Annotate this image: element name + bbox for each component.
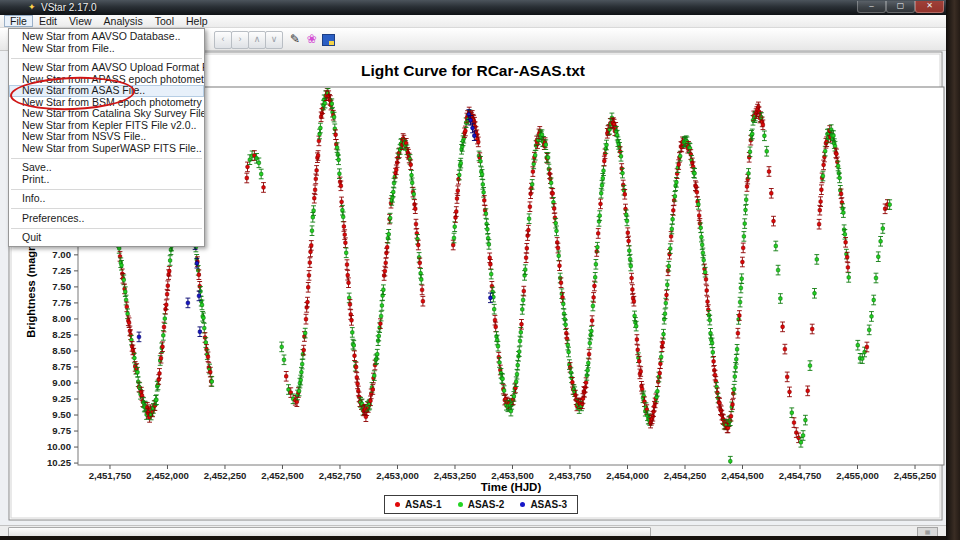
- x-axis-label: Time (HJD): [361, 481, 661, 493]
- chevron-up-icon[interactable]: ∧: [248, 31, 266, 49]
- chevron-down-icon[interactable]: ∨: [265, 31, 283, 49]
- svg-text:2,455,250: 2,455,250: [894, 470, 937, 481]
- chevron-left-icon[interactable]: ‹: [214, 31, 232, 49]
- title-bar[interactable]: ✦ VStar 2.17.0 – ▢ ✕: [0, 0, 946, 15]
- chevron-right-icon[interactable]: ›: [231, 31, 249, 49]
- svg-text:2,452,750: 2,452,750: [319, 470, 362, 481]
- menu-item-13[interactable]: Preferences..: [9, 213, 204, 225]
- menu-edit[interactable]: Edit: [33, 15, 63, 27]
- menu-item-7[interactable]: New Star from Kepler FITS File v2.0..: [9, 120, 204, 132]
- svg-text:10.00: 10.00: [47, 441, 71, 452]
- chart-title: Light Curve for RCar-ASAS.txt: [173, 62, 773, 80]
- app-star-icon: ✦: [28, 3, 37, 12]
- menu-file[interactable]: File: [4, 15, 33, 27]
- svg-text:2,452,500: 2,452,500: [261, 470, 304, 481]
- new-document-icon[interactable]: [322, 34, 335, 46]
- flower-phase-icon[interactable]: ❀: [305, 32, 319, 46]
- svg-text:2,451,750: 2,451,750: [89, 470, 132, 481]
- menu-separator: [11, 228, 202, 229]
- menu-item-9[interactable]: New Star from SuperWASP FITS File..: [9, 143, 204, 155]
- minimize-button[interactable]: –: [857, 1, 886, 13]
- svg-text:7.25: 7.25: [52, 265, 71, 276]
- svg-text:2,453,500: 2,453,500: [491, 470, 534, 481]
- menu-item-10[interactable]: Save..: [9, 162, 204, 174]
- document-corner: [329, 41, 334, 45]
- menu-item-8[interactable]: New Star from NSVS File..: [9, 131, 204, 143]
- menu-item-0[interactable]: New Star from AAVSO Database..: [9, 31, 204, 43]
- asas2-dot-icon: [458, 502, 463, 507]
- close-button[interactable]: ✕: [915, 1, 944, 13]
- legend-item-asas1: ASAS-1: [395, 499, 442, 510]
- menu-item-14[interactable]: Quit: [9, 232, 204, 244]
- menu-separator: [11, 158, 202, 159]
- svg-text:7.75: 7.75: [52, 297, 71, 308]
- legend-label-asas1: ASAS-1: [405, 499, 442, 510]
- svg-text:8.50: 8.50: [52, 345, 71, 356]
- svg-text:9.25: 9.25: [52, 393, 71, 404]
- window-title: VStar 2.17.0: [41, 2, 97, 13]
- menu-item-2[interactable]: New Star from AAVSO Upload Format File..: [9, 62, 204, 74]
- window-bottom-edge: [0, 536, 946, 540]
- menu-view[interactable]: View: [63, 15, 98, 27]
- svg-text:2,454,500: 2,454,500: [721, 470, 764, 481]
- menu-help[interactable]: Help: [180, 15, 214, 27]
- menu-separator: [11, 189, 202, 190]
- legend-item-asas3: ASAS-3: [520, 499, 567, 510]
- svg-text:7.50: 7.50: [52, 281, 71, 292]
- asas3-dot-icon: [520, 502, 525, 507]
- svg-text:2,455,000: 2,455,000: [836, 470, 879, 481]
- svg-text:10.25: 10.25: [47, 457, 72, 468]
- menu-item-12[interactable]: Info..: [9, 193, 204, 205]
- menu-tool[interactable]: Tool: [149, 15, 180, 27]
- menu-bar: FileEditViewAnalysisToolHelp: [0, 15, 946, 28]
- svg-text:2,452,250: 2,452,250: [204, 470, 247, 481]
- menu-item-6[interactable]: New Star from Catalina Sky Survey File..: [9, 108, 204, 120]
- svg-text:2,454,750: 2,454,750: [779, 470, 822, 481]
- svg-text:2,453,000: 2,453,000: [376, 470, 419, 481]
- menu-item-1[interactable]: New Star from File..: [9, 43, 204, 55]
- legend-label-asas2: ASAS-2: [468, 499, 505, 510]
- asas1-dot-icon: [395, 502, 400, 507]
- legend-label-asas3: ASAS-3: [530, 499, 567, 510]
- legend-item-asas2: ASAS-2: [458, 499, 505, 510]
- menu-analysis[interactable]: Analysis: [98, 15, 149, 27]
- maximize-button[interactable]: ▢: [886, 1, 915, 13]
- svg-text:2,454,250: 2,454,250: [664, 470, 707, 481]
- svg-text:9.75: 9.75: [52, 425, 71, 436]
- svg-text:2,453,750: 2,453,750: [549, 470, 592, 481]
- file-menu-dropdown: New Star from AAVSO Database..New Star f…: [8, 28, 205, 247]
- svg-text:9.00: 9.00: [52, 377, 71, 388]
- menu-separator: [11, 58, 202, 59]
- svg-text:9.50: 9.50: [52, 409, 71, 420]
- desktop-background: [946, 0, 960, 540]
- svg-text:2,454,000: 2,454,000: [606, 470, 649, 481]
- menu-separator: [11, 208, 202, 209]
- pen-plot-icon[interactable]: ✎: [288, 32, 302, 46]
- svg-text:2,453,250: 2,453,250: [434, 470, 477, 481]
- menu-item-11[interactable]: Print..: [9, 174, 204, 186]
- svg-text:8.75: 8.75: [52, 361, 71, 372]
- svg-text:2,452,000: 2,452,000: [146, 470, 189, 481]
- chart-legend: ASAS-1 ASAS-2 ASAS-3: [384, 495, 578, 514]
- svg-text:8.25: 8.25: [52, 329, 71, 340]
- svg-text:7.00: 7.00: [52, 249, 71, 260]
- svg-text:8.00: 8.00: [52, 313, 71, 324]
